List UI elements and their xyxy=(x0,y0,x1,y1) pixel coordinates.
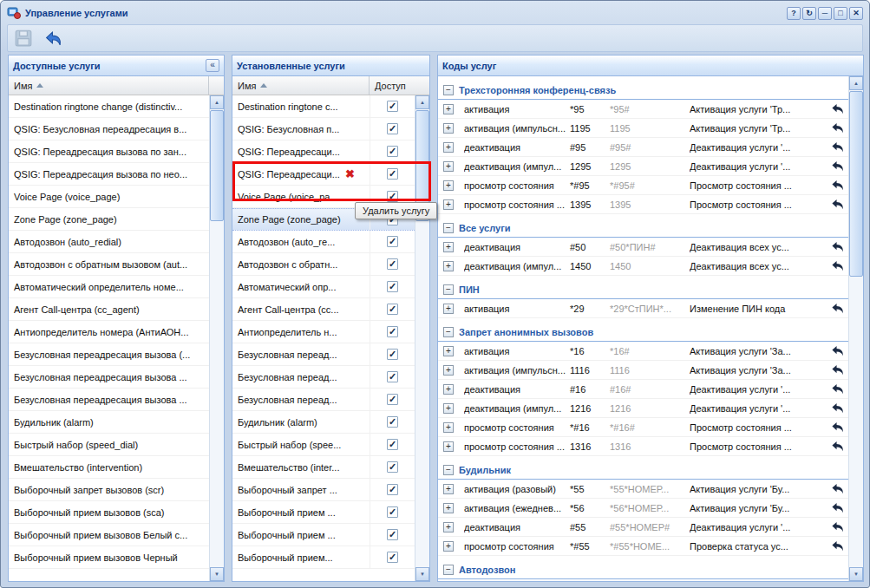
reset-code-button[interactable] xyxy=(826,501,848,514)
access-checkbox[interactable]: ✓ xyxy=(387,236,398,247)
service-code-row[interactable]: + активация *95 *95# Активация услуги 'Т… xyxy=(438,100,848,119)
access-checkbox[interactable]: ✓ xyxy=(387,439,398,450)
access-checkbox[interactable]: ✓ xyxy=(387,258,398,270)
installed-service-row[interactable]: QSIG: Переадресаци... ✓ xyxy=(232,140,415,163)
available-service-row[interactable]: Автодозвон с обратным вызовом (aut... xyxy=(9,253,209,276)
service-group-header[interactable]: − ПИН xyxy=(438,280,848,299)
collapse-group-icon[interactable]: − xyxy=(443,85,454,95)
expand-row-icon[interactable]: + xyxy=(443,422,454,433)
codes-vertical-scrollbar[interactable]: ▲ ▼ xyxy=(848,76,863,581)
expand-row-icon[interactable]: + xyxy=(443,104,454,114)
service-code-row[interactable]: + активация *29 *29*СтПИН*... Изменение … xyxy=(438,299,848,318)
service-code-row[interactable]: + деактивация (импул... 1216 1216 Деакти… xyxy=(438,399,848,418)
expand-row-icon[interactable]: + xyxy=(443,384,454,395)
save-button[interactable] xyxy=(11,27,35,50)
expand-row-icon[interactable]: + xyxy=(443,261,454,271)
access-checkbox[interactable]: ✓ xyxy=(387,101,398,112)
scroll-down-button[interactable]: ▼ xyxy=(849,567,863,581)
scroll-up-button[interactable]: ▲ xyxy=(415,95,429,109)
service-code-row[interactable]: + деактивация (импул... 1450 1450 Деакти… xyxy=(438,257,848,276)
expand-row-icon[interactable]: + xyxy=(443,503,454,513)
service-code-row[interactable]: + активация (импульсн... 1195 1195 Актив… xyxy=(438,119,848,138)
installed-service-row[interactable]: Выборочный запрет ... ✓ xyxy=(232,479,415,501)
service-code-row[interactable]: + просмотр состояния *#55 *#55*НОМЕ... П… xyxy=(438,537,848,556)
service-code-row[interactable]: + деактивация #95 #95# Деактивация услуг… xyxy=(438,138,848,157)
service-group-header[interactable]: − Будильник xyxy=(438,461,848,480)
installed-service-row[interactable]: Безусловная переад... ✓ xyxy=(232,366,415,389)
available-service-row[interactable]: Безусловная переадресация вызова (... xyxy=(9,343,209,366)
expand-row-icon[interactable]: + xyxy=(443,441,454,452)
service-code-row[interactable]: + просмотр состояния *#16 *#16# Просмотр… xyxy=(438,418,848,437)
available-service-row[interactable]: Автодозвон (auto_redial) xyxy=(9,231,209,253)
expand-row-icon[interactable]: + xyxy=(443,304,454,314)
reset-code-button[interactable] xyxy=(826,302,848,315)
expand-row-icon[interactable]: + xyxy=(443,541,454,552)
installed-service-row[interactable]: Антиопределитель н... ✓ xyxy=(232,321,415,343)
service-group-header[interactable]: − Запрет анонимных вызовов xyxy=(438,323,848,342)
installed-service-row[interactable]: Агент Call-центра (cc... ✓ xyxy=(232,298,415,321)
refresh-button[interactable]: ↻ xyxy=(802,7,816,20)
maximize-button[interactable]: □ xyxy=(834,7,847,20)
expand-row-icon[interactable]: + xyxy=(443,484,454,494)
reset-code-button[interactable] xyxy=(826,140,848,154)
reset-code-button[interactable] xyxy=(826,363,848,376)
collapse-group-icon[interactable]: − xyxy=(443,327,454,337)
service-group-header[interactable]: − Трехсторонняя конференц-связь xyxy=(438,81,848,100)
reset-code-button[interactable] xyxy=(826,421,848,434)
service-group-header[interactable]: − Автодозвон xyxy=(438,560,848,579)
available-service-row[interactable]: Выборочный прием вызовов Черный xyxy=(9,546,209,569)
collapse-panel-button[interactable]: « xyxy=(206,59,219,72)
access-checkbox[interactable]: ✓ xyxy=(387,281,398,292)
access-checkbox[interactable]: ✓ xyxy=(387,349,398,360)
installed-column-header[interactable]: Имя Доступ xyxy=(232,76,429,95)
access-checkbox[interactable]: ✓ xyxy=(387,552,398,563)
service-code-row[interactable]: + деактивация #50 #50*ПИН# Деактивация в… xyxy=(438,238,848,257)
installed-service-row[interactable]: Выборочный прием... ✓ xyxy=(232,546,415,569)
installed-service-row[interactable]: Будильник (alarm) ✓ xyxy=(232,411,415,434)
installed-service-row[interactable]: Выборочный прием ... ✓ xyxy=(232,524,415,546)
expand-row-icon[interactable]: + xyxy=(443,180,454,191)
access-checkbox[interactable]: ✓ xyxy=(387,123,398,134)
installed-service-row[interactable]: Вмешательство (inter... ✓ xyxy=(232,456,415,479)
access-checkbox[interactable]: ✓ xyxy=(387,371,398,382)
access-checkbox[interactable]: ✓ xyxy=(387,529,398,540)
available-service-row[interactable]: Voice Page (voice_page) xyxy=(9,186,209,208)
reset-code-button[interactable] xyxy=(826,102,848,115)
installed-service-row[interactable]: Выборочный прием ... ✓ xyxy=(232,501,415,524)
available-service-row[interactable]: Будильник (alarm) xyxy=(9,411,209,434)
expand-row-icon[interactable]: + xyxy=(443,522,454,532)
installed-vertical-scrollbar[interactable]: ▲ ▼ xyxy=(415,95,429,581)
available-service-row[interactable]: Агент Call-центра (cc_agent) xyxy=(9,298,209,321)
available-service-row[interactable]: Выборочный запрет вызовов (scr) xyxy=(9,479,209,501)
service-code-row[interactable]: + активация (импульсн... 1116 1116 Актив… xyxy=(438,361,848,380)
expand-row-icon[interactable]: + xyxy=(443,346,454,356)
scroll-down-button[interactable]: ▼ xyxy=(415,567,429,581)
scrollbar-thumb[interactable] xyxy=(849,91,863,277)
installed-service-row[interactable]: Автодозвон с обратн... ✓ xyxy=(232,253,415,276)
scroll-up-button[interactable]: ▲ xyxy=(210,95,224,109)
reset-code-button[interactable] xyxy=(826,198,848,211)
service-code-row[interactable]: + деактивация (импул... 1295 1295 Деакти… xyxy=(438,157,848,176)
reset-code-button[interactable] xyxy=(826,440,848,453)
minimize-button[interactable]: ─ xyxy=(818,7,832,20)
available-service-row[interactable]: QSIG: Переадресация вызова по зан... xyxy=(9,140,209,163)
scroll-down-button[interactable]: ▼ xyxy=(210,567,224,581)
available-service-row[interactable]: Destination ringtone change (distinctiv.… xyxy=(9,95,209,118)
service-code-row[interactable]: + просмотр состояния *#95 *#95# Просмотр… xyxy=(438,176,848,195)
expand-row-icon[interactable]: + xyxy=(443,142,454,153)
expand-row-icon[interactable]: + xyxy=(443,199,454,210)
available-service-row[interactable]: Безусловная переадресация вызова ... xyxy=(9,389,209,411)
available-vertical-scrollbar[interactable]: ▲ ▼ xyxy=(209,95,224,581)
installed-service-row[interactable]: Быстрый набор (spee... ✓ xyxy=(232,434,415,456)
service-code-row[interactable]: + активация *16 *16# Активация услуги 'З… xyxy=(438,342,848,361)
delete-service-icon[interactable]: ✖ xyxy=(345,168,355,180)
expand-row-icon[interactable]: + xyxy=(443,242,454,252)
installed-service-row[interactable]: QSIG: Безусловная п... ✓ xyxy=(232,118,415,140)
reset-code-button[interactable] xyxy=(826,539,848,552)
service-code-row[interactable]: + просмотр состояния ... 1395 1395 Просм… xyxy=(438,195,848,214)
access-checkbox[interactable]: ✓ xyxy=(387,304,398,315)
collapse-group-icon[interactable]: − xyxy=(443,465,454,475)
reset-code-button[interactable] xyxy=(826,160,848,173)
reset-code-button[interactable] xyxy=(826,259,848,272)
titlebar[interactable]: Управление услугами ? ↻ ─ □ ✕ xyxy=(7,3,863,23)
